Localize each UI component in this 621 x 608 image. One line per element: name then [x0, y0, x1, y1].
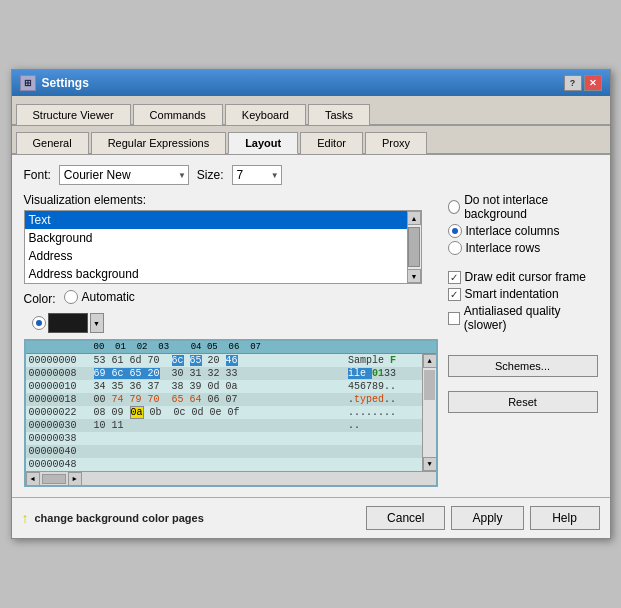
color-auto-radio[interactable] [64, 290, 78, 304]
antialiased-label: Antialiased quality (slower) [464, 304, 598, 332]
antialiased-checkbox[interactable] [448, 312, 460, 325]
color-auto-option: Automatic [64, 290, 135, 304]
hex-hscrollbar[interactable]: ◄ ► [26, 471, 436, 485]
interlace-rows-radio[interactable] [448, 241, 462, 255]
hex-addr: 00000040 [26, 445, 91, 458]
hex-bytes: 08 09 0a 0b 0c 0d 0e 0f [91, 406, 346, 419]
title-bar: ⊞ Settings ? ✕ [12, 70, 610, 96]
viz-item-address[interactable]: Address [25, 247, 421, 265]
tab-keyboard[interactable]: Keyboard [225, 104, 306, 125]
cancel-button[interactable]: Cancel [366, 506, 445, 530]
table-row: 00000022 08 09 0a 0b 0c 0d 0e 0f .......… [26, 406, 436, 419]
tab-regular-expressions[interactable]: Regular Expressions [91, 132, 227, 154]
tab-general[interactable]: General [16, 132, 89, 154]
font-label: Font: [24, 168, 51, 182]
draw-edit-label: Draw edit cursor frame [465, 270, 586, 284]
interlace-rows-option: Interlace rows [448, 241, 598, 255]
tab-editor[interactable]: Editor [300, 132, 363, 154]
hex-addr: 00000030 [26, 419, 91, 432]
font-dropdown-wrapper: Courier New [59, 165, 189, 185]
font-dropdown[interactable]: Courier New [59, 165, 189, 185]
viz-item-address-bg[interactable]: Address background [25, 265, 421, 283]
scroll-down-arrow[interactable]: ▼ [407, 269, 421, 283]
hex-scroll-down[interactable]: ▼ [423, 457, 436, 471]
table-row: 00000010 34 35 36 37 38 39 0d 0a 456789.… [26, 380, 436, 393]
color-manual-radio[interactable] [32, 316, 46, 330]
apply-button[interactable]: Apply [451, 506, 523, 530]
font-row: Font: Courier New Size: 7 [24, 165, 598, 185]
tabs-row1: Structure Viewer Commands Keyboard Tasks [12, 96, 610, 125]
hex-addr: 00000000 [26, 354, 91, 367]
smart-indent-checkbox[interactable]: ✓ [448, 288, 461, 301]
schemes-button[interactable]: Schemes... [448, 355, 598, 377]
scroll-up-arrow[interactable]: ▲ [407, 211, 421, 225]
table-row: 00000040 [26, 445, 436, 458]
color-swatch-dropdown[interactable]: ▼ [90, 313, 104, 333]
help-button[interactable]: Help [530, 506, 600, 530]
hex-preview-area: 00 01 02 03 04 05 06 07 00000000 53 61 6… [24, 339, 438, 487]
interlace-columns-option: Interlace columns [448, 224, 598, 238]
hex-scroll-thumb[interactable] [424, 370, 435, 400]
hex-bytes [91, 458, 346, 471]
table-row: 00000048 [26, 458, 436, 471]
tab-structure-viewer[interactable]: Structure Viewer [16, 104, 131, 125]
settings-window: ⊞ Settings ? ✕ Structure Viewer Commands… [11, 69, 611, 539]
checkbox-group: ✓ Draw edit cursor frame ✓ Smart indenta… [448, 270, 598, 335]
hex-addr: 00000022 [26, 406, 91, 419]
color-auto-label: Automatic [82, 290, 135, 304]
hex-addr: 00000048 [26, 458, 91, 471]
hex-vscrollbar[interactable]: ▲ ▼ [422, 354, 436, 471]
hex-scroll-up[interactable]: ▲ [423, 354, 436, 368]
viz-label: Visualization elements: [24, 193, 438, 207]
hex-header: 00 01 02 03 04 05 06 07 [26, 341, 436, 354]
scheme-reset-area: Schemes... Reset [448, 355, 598, 413]
content-area: Font: Courier New Size: 7 Visualization … [12, 155, 610, 497]
tab-tasks[interactable]: Tasks [308, 104, 370, 125]
viz-item-background[interactable]: Background [25, 229, 421, 247]
no-interlace-label: Do not interlace background [464, 193, 597, 221]
hex-scroll-left[interactable]: ◄ [26, 472, 40, 486]
window-title: Settings [42, 76, 89, 90]
close-button[interactable]: ✕ [584, 75, 602, 91]
size-dropdown[interactable]: 7 [232, 165, 282, 185]
color-row: Color: Automatic [24, 290, 438, 307]
size-dropdown-wrapper: 7 [232, 165, 282, 185]
color-swatch[interactable] [48, 313, 88, 333]
draw-edit-checkbox[interactable]: ✓ [448, 271, 461, 284]
hex-bytes: 69 6c 65 20 30 31 32 33 [91, 367, 346, 380]
antialiased-option: Antialiased quality (slower) [448, 304, 598, 332]
viz-item-text[interactable]: Text [25, 211, 421, 229]
hex-table: 00000000 53 61 6d 70 6c 65 20 46 Sample … [26, 354, 436, 471]
right-panel: Do not interlace background Interlace co… [448, 193, 598, 487]
hex-hscroll-thumb[interactable] [42, 474, 66, 484]
table-row: 00000008 69 6c 65 20 30 31 32 33 ile 013… [26, 367, 436, 380]
tab-proxy[interactable]: Proxy [365, 132, 427, 154]
reset-button[interactable]: Reset [448, 391, 598, 413]
hex-bytes: 53 61 6d 70 6c 65 20 46 [91, 354, 346, 367]
interlace-columns-radio[interactable] [448, 224, 462, 238]
hex-addr: 00000018 [26, 393, 91, 406]
interlace-options: Do not interlace background Interlace co… [448, 193, 598, 258]
left-panel: Visualization elements: Text Background … [24, 193, 438, 487]
scroll-thumb[interactable] [408, 227, 420, 267]
interlace-rows-label: Interlace rows [466, 241, 541, 255]
tab-commands[interactable]: Commands [133, 104, 223, 125]
tab-layout[interactable]: Layout [228, 132, 298, 154]
bottom-bar: ↑ change background color pages Cancel A… [12, 497, 610, 538]
no-interlace-radio[interactable] [448, 200, 461, 214]
help-title-button[interactable]: ? [564, 75, 582, 91]
size-label: Size: [197, 168, 224, 182]
hex-addr: 00000010 [26, 380, 91, 393]
viz-scrollbar[interactable]: ▲ ▼ [407, 211, 421, 283]
hex-bytes: 00 74 79 70 65 64 06 07 [91, 393, 346, 406]
table-row: 00000000 53 61 6d 70 6c 65 20 46 Sample … [26, 354, 436, 367]
table-row: 00000018 00 74 79 70 65 64 06 07 .typed.… [26, 393, 436, 406]
no-interlace-option: Do not interlace background [448, 193, 598, 221]
viz-list-wrapper: Text Background Address Address backgrou… [24, 210, 422, 284]
hex-scroll-right[interactable]: ► [68, 472, 82, 486]
hex-addr: 00000038 [26, 432, 91, 445]
table-row: 00000038 [26, 432, 436, 445]
smart-indent-option: ✓ Smart indentation [448, 287, 598, 301]
main-area: Visualization elements: Text Background … [24, 193, 598, 487]
app-icon: ⊞ [20, 75, 36, 91]
